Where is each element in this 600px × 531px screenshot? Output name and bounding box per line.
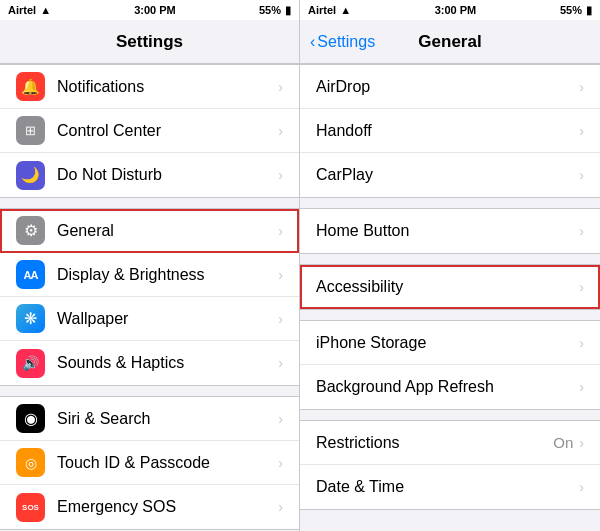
accessibility-chevron: › [579,279,584,295]
wifi-icon-left: ▲ [40,4,51,16]
row-control-center[interactable]: ⊞ Control Center › [0,109,299,153]
status-bar-left: Airtel ▲ 3:00 PM 55% ▮ [0,0,299,20]
wallpaper-label: Wallpaper [57,310,278,328]
home-button-label: Home Button [316,222,579,240]
carrier-left: Airtel [8,4,36,16]
wifi-icon-right: ▲ [340,4,351,16]
notifications-icon: 🔔 [16,72,45,101]
date-time-chevron: › [579,479,584,495]
notifications-chevron: › [278,79,283,95]
touchid-icon: ◎ [16,448,45,477]
divider-2 [0,386,299,396]
display-chevron: › [278,267,283,283]
status-left: Airtel ▲ [8,4,51,16]
status-right-right: 55% ▮ [560,4,592,17]
row-general[interactable]: ⚙ General › [0,209,299,253]
row-restrictions[interactable]: Restrictions On › [300,421,600,465]
control-center-chevron: › [278,123,283,139]
row-wallpaper[interactable]: ❋ Wallpaper › [0,297,299,341]
status-left-right: Airtel ▲ [308,4,351,16]
row-sos[interactable]: SOS Emergency SOS › [0,485,299,529]
airdrop-label: AirDrop [316,78,579,96]
iphone-storage-chevron: › [579,335,584,351]
battery-icon-left: ▮ [285,4,291,17]
airdrop-chevron: › [579,79,584,95]
bg-refresh-label: Background App Refresh [316,378,579,396]
row-airdrop[interactable]: AirDrop › [300,65,600,109]
general-label: General [57,222,278,240]
section-1-left: 🔔 Notifications › ⊞ Control Center › 🌙 D… [0,64,299,198]
section-3-left: ◉ Siri & Search › ◎ Touch ID & Passcode … [0,396,299,530]
general-icon: ⚙ [16,216,45,245]
section-5-right: Restrictions On › Date & Time › [300,420,600,510]
wallpaper-icon: ❋ [16,304,45,333]
control-center-label: Control Center [57,122,278,140]
status-bar-right: Airtel ▲ 3:00 PM 55% ▮ [300,0,600,20]
carplay-label: CarPlay [316,166,579,184]
section-2-right: Home Button › [300,208,600,254]
row-touchid[interactable]: ◎ Touch ID & Passcode › [0,441,299,485]
bg-refresh-chevron: › [579,379,584,395]
battery-left: 55% [259,4,281,16]
notifications-label: Notifications [57,78,278,96]
left-phone: Airtel ▲ 3:00 PM 55% ▮ Settings 🔔 Notifi… [0,0,300,531]
settings-list-right[interactable]: AirDrop › Handoff › CarPlay › Home Butto… [300,64,600,531]
row-do-not-disturb[interactable]: 🌙 Do Not Disturb › [0,153,299,197]
section-4-right: iPhone Storage › Background App Refresh … [300,320,600,410]
display-icon: AA [16,260,45,289]
sos-icon: SOS [16,493,45,522]
row-iphone-storage[interactable]: iPhone Storage › [300,321,600,365]
carplay-chevron: › [579,167,584,183]
siri-chevron: › [278,411,283,427]
section-2-left: ⚙ General › AA Display & Brightness › ❋ … [0,208,299,386]
battery-icon-right: ▮ [586,4,592,17]
siri-icon: ◉ [16,404,45,433]
handoff-label: Handoff [316,122,579,140]
siri-label: Siri & Search [57,410,278,428]
divider-r1 [300,198,600,208]
general-chevron: › [278,223,283,239]
restrictions-label: Restrictions [316,434,553,452]
row-display[interactable]: AA Display & Brightness › [0,253,299,297]
sounds-label: Sounds & Haptics [57,354,278,372]
divider-r3 [300,310,600,320]
dnd-chevron: › [278,167,283,183]
sounds-icon: 🔊 [16,349,45,378]
row-accessibility[interactable]: Accessibility › [300,265,600,309]
section-1-right: AirDrop › Handoff › CarPlay › [300,64,600,198]
carrier-right: Airtel [308,4,336,16]
dnd-label: Do Not Disturb [57,166,278,184]
nav-bar-right: ‹ Settings General [300,20,600,64]
back-button[interactable]: ‹ Settings [310,33,375,51]
handoff-chevron: › [579,123,584,139]
date-time-label: Date & Time [316,478,579,496]
row-handoff[interactable]: Handoff › [300,109,600,153]
wallpaper-chevron: › [278,311,283,327]
sos-chevron: › [278,499,283,515]
row-sounds[interactable]: 🔊 Sounds & Haptics › [0,341,299,385]
row-home-button[interactable]: Home Button › [300,209,600,253]
row-date-time[interactable]: Date & Time › [300,465,600,509]
row-notifications[interactable]: 🔔 Notifications › [0,65,299,109]
row-bg-refresh[interactable]: Background App Refresh › [300,365,600,409]
row-carplay[interactable]: CarPlay › [300,153,600,197]
dnd-icon: 🌙 [16,161,45,190]
sounds-chevron: › [278,355,283,371]
iphone-storage-label: iPhone Storage [316,334,579,352]
status-right-left: 55% ▮ [259,4,291,17]
divider-1 [0,198,299,208]
settings-list-left[interactable]: 🔔 Notifications › ⊞ Control Center › 🌙 D… [0,64,299,531]
divider-r2 [300,254,600,264]
touchid-label: Touch ID & Passcode [57,454,278,472]
divider-r4 [300,410,600,420]
time-left: 3:00 PM [134,4,176,16]
nav-bar-left: Settings [0,20,299,64]
restrictions-value: On [553,434,573,451]
control-center-icon: ⊞ [16,116,45,145]
row-siri[interactable]: ◉ Siri & Search › [0,397,299,441]
restrictions-chevron: › [579,435,584,451]
right-phone: Airtel ▲ 3:00 PM 55% ▮ ‹ Settings Genera… [300,0,600,531]
section-3-right: Accessibility › [300,264,600,310]
time-right: 3:00 PM [435,4,477,16]
touchid-chevron: › [278,455,283,471]
